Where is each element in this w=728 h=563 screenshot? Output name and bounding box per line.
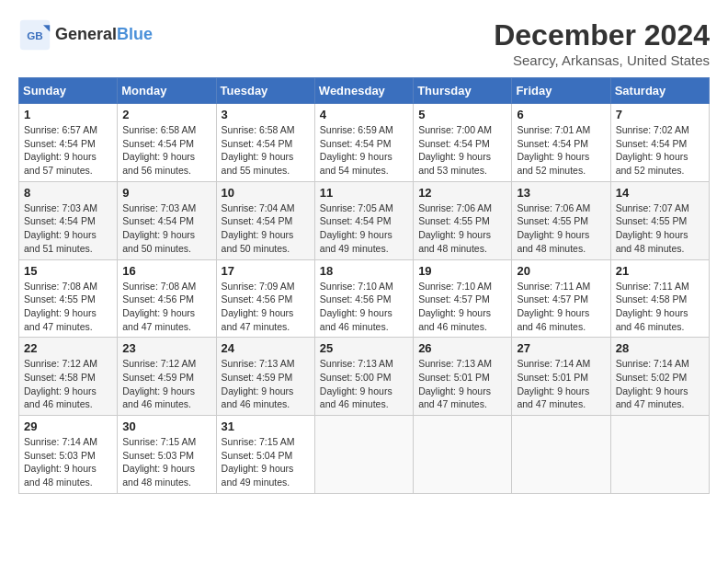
calendar-day-cell: 11 Sunrise: 7:05 AM Sunset: 4:54 PM Dayl…	[314, 181, 413, 259]
sunrise-label: Sunrise: 6:59 AM	[320, 124, 393, 135]
calendar-title: December 2024	[494, 18, 710, 52]
sunset-label: Sunset: 5:03 PM	[122, 450, 194, 461]
calendar-day-cell: 17 Sunrise: 7:09 AM Sunset: 4:56 PM Dayl…	[216, 259, 314, 338]
day-number: 15	[24, 264, 112, 278]
calendar-day-header: Tuesday	[216, 78, 314, 104]
calendar-day-header: Friday	[512, 78, 610, 104]
day-info: Sunrise: 6:59 AM Sunset: 4:54 PM Dayligh…	[320, 123, 408, 178]
sunrise-label: Sunrise: 7:13 AM	[418, 358, 492, 369]
sunset-label: Sunset: 4:54 PM	[320, 138, 392, 149]
daylight-label: Daylight: 9 hours and 47 minutes.	[24, 307, 97, 332]
sunrise-label: Sunrise: 7:06 AM	[418, 202, 492, 213]
daylight-label: Daylight: 9 hours and 48 minutes.	[418, 229, 491, 254]
calendar-day-cell: 2 Sunrise: 6:58 AM Sunset: 4:54 PM Dayli…	[118, 104, 216, 182]
calendar-day-cell: 4 Sunrise: 6:59 AM Sunset: 4:54 PM Dayli…	[314, 104, 413, 182]
sunset-label: Sunset: 4:57 PM	[517, 293, 588, 304]
sunrise-label: Sunrise: 7:14 AM	[517, 358, 590, 369]
daylight-label: Daylight: 9 hours and 57 minutes.	[24, 151, 97, 176]
day-info: Sunrise: 7:13 AM Sunset: 5:00 PM Dayligh…	[320, 357, 408, 411]
day-number: 6	[517, 108, 605, 121]
day-number: 21	[616, 264, 704, 278]
sunrise-label: Sunrise: 7:12 AM	[122, 358, 196, 369]
sunrise-label: Sunrise: 7:07 AM	[616, 202, 689, 213]
logo-icon: GB	[18, 18, 51, 52]
day-info: Sunrise: 7:06 AM Sunset: 4:55 PM Dayligh…	[418, 201, 506, 256]
sunrise-label: Sunrise: 6:57 AM	[24, 124, 97, 135]
daylight-label: Daylight: 9 hours and 46 minutes.	[418, 307, 491, 332]
day-info: Sunrise: 7:11 AM Sunset: 4:57 PM Dayligh…	[517, 280, 605, 334]
calendar-day-cell: 5 Sunrise: 7:00 AM Sunset: 4:54 PM Dayli…	[414, 104, 512, 182]
calendar-day-cell: 27 Sunrise: 7:14 AM Sunset: 5:01 PM Dayl…	[512, 338, 610, 416]
day-info: Sunrise: 7:14 AM Sunset: 5:01 PM Dayligh…	[517, 357, 605, 411]
daylight-label: Daylight: 9 hours and 48 minutes.	[517, 229, 589, 254]
daylight-label: Daylight: 9 hours and 50 minutes.	[222, 229, 294, 254]
sunrise-label: Sunrise: 7:10 AM	[320, 281, 393, 292]
sunrise-label: Sunrise: 6:58 AM	[122, 124, 196, 135]
calendar-empty-cell	[414, 416, 512, 494]
daylight-label: Daylight: 9 hours and 54 minutes.	[320, 151, 392, 176]
logo: GB GeneralBlue	[18, 18, 153, 52]
day-number: 13	[517, 186, 605, 200]
day-info: Sunrise: 7:08 AM Sunset: 4:56 PM Dayligh…	[122, 280, 210, 334]
calendar-day-header: Monday	[118, 78, 216, 104]
sunset-label: Sunset: 4:54 PM	[418, 138, 490, 149]
calendar-subtitle: Searcy, Arkansas, United States	[494, 52, 710, 68]
sunrise-label: Sunrise: 7:05 AM	[320, 202, 393, 213]
sunset-label: Sunset: 4:54 PM	[24, 138, 96, 149]
day-number: 12	[418, 186, 506, 200]
day-info: Sunrise: 7:09 AM Sunset: 4:56 PM Dayligh…	[222, 280, 310, 334]
sunset-label: Sunset: 4:59 PM	[222, 372, 293, 383]
daylight-label: Daylight: 9 hours and 46 minutes.	[222, 385, 294, 410]
day-info: Sunrise: 7:15 AM Sunset: 5:03 PM Dayligh…	[122, 435, 210, 489]
daylight-label: Daylight: 9 hours and 56 minutes.	[122, 151, 195, 176]
day-number: 22	[24, 341, 112, 355]
calendar-day-cell: 15 Sunrise: 7:08 AM Sunset: 4:55 PM Dayl…	[19, 259, 118, 338]
sunset-label: Sunset: 5:01 PM	[517, 372, 588, 383]
day-info: Sunrise: 7:04 AM Sunset: 4:54 PM Dayligh…	[222, 201, 310, 256]
day-number: 7	[616, 108, 704, 121]
calendar-day-header: Saturday	[610, 78, 709, 104]
day-info: Sunrise: 7:08 AM Sunset: 4:55 PM Dayligh…	[24, 280, 112, 334]
calendar-day-cell: 12 Sunrise: 7:06 AM Sunset: 4:55 PM Dayl…	[414, 181, 512, 259]
calendar-day-cell: 20 Sunrise: 7:11 AM Sunset: 4:57 PM Dayl…	[512, 259, 610, 338]
calendar-week-row: 29 Sunrise: 7:14 AM Sunset: 5:03 PM Dayl…	[19, 416, 710, 494]
calendar-empty-cell	[610, 416, 709, 494]
daylight-label: Daylight: 9 hours and 49 minutes.	[222, 463, 294, 488]
svg-text:GB: GB	[27, 29, 43, 41]
calendar-day-cell: 3 Sunrise: 6:58 AM Sunset: 4:54 PM Dayli…	[216, 104, 314, 182]
sunset-label: Sunset: 4:55 PM	[517, 215, 588, 226]
daylight-label: Daylight: 9 hours and 47 minutes.	[418, 385, 491, 410]
calendar-day-cell: 19 Sunrise: 7:10 AM Sunset: 4:57 PM Dayl…	[414, 259, 512, 338]
daylight-label: Daylight: 9 hours and 46 minutes.	[517, 307, 589, 332]
sunrise-label: Sunrise: 7:11 AM	[517, 281, 590, 292]
sunrise-label: Sunrise: 7:04 AM	[222, 202, 295, 213]
day-info: Sunrise: 7:13 AM Sunset: 5:01 PM Dayligh…	[418, 357, 506, 411]
daylight-label: Daylight: 9 hours and 47 minutes.	[616, 385, 688, 410]
calendar-day-cell: 24 Sunrise: 7:13 AM Sunset: 4:59 PM Dayl…	[216, 338, 314, 416]
day-info: Sunrise: 6:57 AM Sunset: 4:54 PM Dayligh…	[24, 123, 112, 178]
calendar-day-cell: 7 Sunrise: 7:02 AM Sunset: 4:54 PM Dayli…	[610, 104, 709, 182]
daylight-label: Daylight: 9 hours and 55 minutes.	[222, 151, 294, 176]
day-number: 23	[122, 341, 210, 355]
calendar-table: SundayMondayTuesdayWednesdayThursdayFrid…	[18, 77, 710, 494]
day-info: Sunrise: 7:13 AM Sunset: 4:59 PM Dayligh…	[222, 357, 310, 411]
calendar-day-cell: 10 Sunrise: 7:04 AM Sunset: 4:54 PM Dayl…	[216, 181, 314, 259]
calendar-day-header: Sunday	[19, 78, 118, 104]
sunset-label: Sunset: 4:56 PM	[122, 293, 194, 304]
calendar-day-cell: 21 Sunrise: 7:11 AM Sunset: 4:58 PM Dayl…	[610, 259, 709, 338]
day-number: 14	[616, 186, 704, 200]
calendar-empty-cell	[512, 416, 610, 494]
daylight-label: Daylight: 9 hours and 48 minutes.	[122, 463, 195, 488]
sunrise-label: Sunrise: 7:03 AM	[24, 202, 97, 213]
calendar-day-cell: 13 Sunrise: 7:06 AM Sunset: 4:55 PM Dayl…	[512, 181, 610, 259]
day-info: Sunrise: 7:12 AM Sunset: 4:59 PM Dayligh…	[122, 357, 210, 411]
day-number: 27	[517, 341, 605, 355]
daylight-label: Daylight: 9 hours and 46 minutes.	[24, 385, 97, 410]
day-number: 19	[418, 264, 506, 278]
day-info: Sunrise: 6:58 AM Sunset: 4:54 PM Dayligh…	[222, 123, 310, 178]
sunset-label: Sunset: 4:55 PM	[616, 215, 688, 226]
day-info: Sunrise: 7:03 AM Sunset: 4:54 PM Dayligh…	[122, 201, 210, 256]
sunset-label: Sunset: 4:54 PM	[320, 215, 392, 226]
daylight-label: Daylight: 9 hours and 50 minutes.	[122, 229, 195, 254]
day-number: 10	[222, 186, 310, 200]
